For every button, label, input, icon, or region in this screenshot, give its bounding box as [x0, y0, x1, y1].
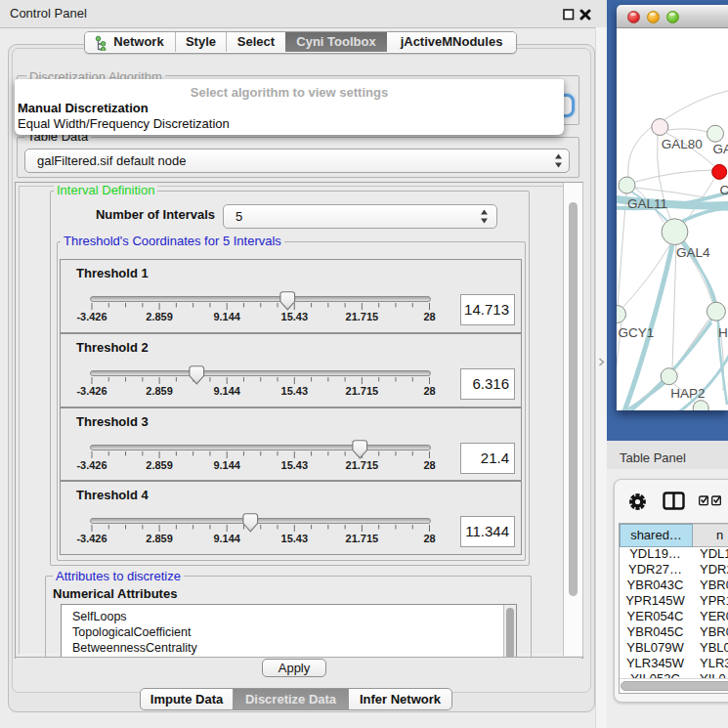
- svg-text:GCY1: GCY1: [618, 325, 654, 340]
- svg-text:GA: GA: [713, 142, 728, 156]
- svg-text:GAL11: GAL11: [627, 196, 667, 211]
- svg-text:HAP2: HAP2: [670, 386, 705, 401]
- svg-text:GAL80: GAL80: [662, 137, 703, 151]
- svg-text:C: C: [720, 183, 728, 197]
- svg-text:GAL4: GAL4: [676, 245, 710, 260]
- svg-text:H: H: [718, 325, 728, 340]
